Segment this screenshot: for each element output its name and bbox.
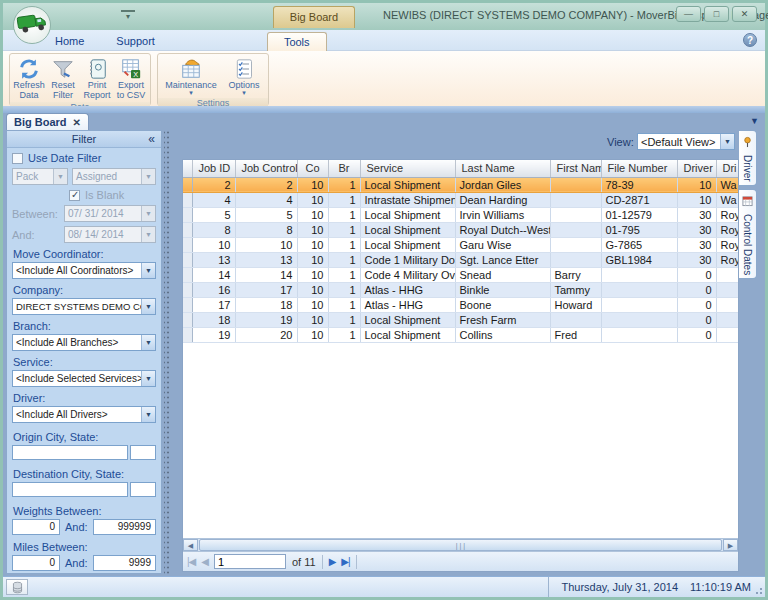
- row-indicator[interactable]: [183, 252, 192, 267]
- options-button[interactable]: Options ▾: [222, 55, 266, 97]
- table-cell[interactable]: 10: [297, 267, 328, 282]
- horizontal-scrollbar[interactable]: ◀ | | | ▶: [183, 538, 738, 551]
- column-header-driver[interactable]: Driver: [677, 160, 716, 177]
- table-cell[interactable]: 10: [192, 237, 235, 252]
- between-date-field[interactable]: 07/ 31/ 2014 ▼: [64, 205, 156, 222]
- close-button[interactable]: ✕: [732, 6, 757, 22]
- move-coordinator-dropdown[interactable]: <Include All Coordinators> ▼: [12, 262, 156, 279]
- assigned-dropdown[interactable]: Assigned ▼: [72, 168, 156, 185]
- column-header-job-control[interactable]: Job Control: [235, 160, 297, 177]
- pack-dropdown[interactable]: Pack ▼: [12, 168, 68, 185]
- miles-to-input[interactable]: 9999: [93, 555, 156, 571]
- row-indicator[interactable]: [183, 297, 192, 312]
- table-cell[interactable]: [601, 327, 677, 342]
- table-cell[interactable]: 1: [328, 282, 360, 297]
- service-dropdown[interactable]: <Include Selected Services> ▼: [12, 370, 156, 387]
- table-cell[interactable]: 2: [192, 177, 235, 192]
- and-date-field[interactable]: 08/ 14/ 2014 ▼: [64, 226, 156, 243]
- table-cell[interactable]: 78-39: [601, 177, 677, 192]
- refresh-data-button[interactable]: Refresh Data: [12, 55, 46, 101]
- document-tab-big-board[interactable]: Big Board✕: [6, 113, 89, 130]
- driver-dropdown[interactable]: <Include All Drivers> ▼: [12, 406, 156, 423]
- column-header-last-name[interactable]: Last Name: [455, 160, 550, 177]
- view-dropdown[interactable]: <Default View> ▼: [637, 133, 735, 150]
- chevron-down-icon[interactable]: ▼: [141, 407, 155, 422]
- destination-city-input[interactable]: [13, 483, 127, 496]
- chevron-down-icon[interactable]: ▼: [141, 227, 155, 242]
- table-cell[interactable]: Fresh Farm: [455, 312, 550, 327]
- table-cell[interactable]: 1: [328, 297, 360, 312]
- table-cell[interactable]: [601, 312, 677, 327]
- weights-from-input[interactable]: 0: [12, 519, 60, 535]
- table-cell[interactable]: 0: [677, 312, 716, 327]
- table-cell[interactable]: 8: [235, 222, 297, 237]
- table-cell[interactable]: 01-12579: [601, 207, 677, 222]
- scroll-right-icon[interactable]: ▶: [723, 539, 738, 551]
- table-row[interactable]: 55101Local ShipmentIrvin Williams01-1257…: [183, 207, 739, 222]
- table-cell[interactable]: 4: [235, 192, 297, 207]
- table-cell[interactable]: 30: [677, 222, 716, 237]
- chevron-down-icon[interactable]: ▼: [53, 169, 67, 184]
- table-row[interactable]: 1010101Local ShipmentGaru WiseG-786530Ro…: [183, 237, 739, 252]
- column-header-file-number[interactable]: File Number: [601, 160, 677, 177]
- scrollbar-thumb[interactable]: | | |: [199, 539, 722, 551]
- table-cell[interactable]: 17: [235, 282, 297, 297]
- table-row[interactable]: 1920101Local ShipmentCollinsFred0: [183, 327, 739, 342]
- table-row[interactable]: 1819101Local ShipmentFresh Farm0: [183, 312, 739, 327]
- column-header-service[interactable]: Service: [360, 160, 455, 177]
- table-cell[interactable]: Local Shipment: [360, 177, 455, 192]
- panel-splitter[interactable]: [164, 130, 169, 574]
- destination-state-input[interactable]: [131, 483, 155, 496]
- table-cell[interactable]: Royal Dutch--West Point: [455, 222, 550, 237]
- chevron-down-icon[interactable]: ▼: [141, 169, 155, 184]
- table-cell[interactable]: 10: [297, 312, 328, 327]
- side-tab-control-dates[interactable]: Control Dates: [739, 189, 757, 279]
- resize-grip[interactable]: [753, 585, 763, 595]
- table-cell[interactable]: 30: [677, 252, 716, 267]
- column-header-br[interactable]: Br: [328, 160, 360, 177]
- table-cell[interactable]: GBL1984: [601, 252, 677, 267]
- prev-page-button[interactable]: ◀: [201, 556, 208, 567]
- table-cell[interactable]: 10: [297, 207, 328, 222]
- table-cell[interactable]: [550, 177, 601, 192]
- table-cell[interactable]: 2: [235, 177, 297, 192]
- table-cell[interactable]: Local Shipment: [360, 207, 455, 222]
- table-row[interactable]: 22101Local ShipmentJordan Giles78-3910Wa: [183, 177, 739, 192]
- table-cell[interactable]: 10: [297, 327, 328, 342]
- table-cell[interactable]: 13: [235, 252, 297, 267]
- table-cell[interactable]: 1: [328, 252, 360, 267]
- table-cell[interactable]: 10: [297, 192, 328, 207]
- tab-tools[interactable]: Tools: [267, 32, 327, 51]
- table-cell[interactable]: 8: [192, 222, 235, 237]
- scroll-left-icon[interactable]: ◀: [183, 539, 198, 551]
- chevron-down-icon[interactable]: ▼: [141, 206, 155, 221]
- close-tab-icon[interactable]: ✕: [73, 117, 81, 128]
- table-cell[interactable]: 10: [297, 297, 328, 312]
- miles-from-input[interactable]: 0: [12, 555, 60, 571]
- table-cell[interactable]: 1: [328, 312, 360, 327]
- table-cell[interactable]: Sgt. Lance Etter: [455, 252, 550, 267]
- table-cell[interactable]: 1: [328, 177, 360, 192]
- help-icon[interactable]: ?: [743, 33, 757, 47]
- table-cell[interactable]: 14: [235, 267, 297, 282]
- chevron-down-icon[interactable]: ▼: [720, 134, 734, 149]
- table-cell[interactable]: [550, 252, 601, 267]
- maintenance-button[interactable]: Maintenance ▾: [160, 55, 222, 97]
- table-cell[interactable]: Roy: [716, 222, 739, 237]
- row-indicator[interactable]: [183, 192, 192, 207]
- column-header-co[interactable]: Co: [297, 160, 328, 177]
- table-cell[interactable]: Wa: [716, 177, 739, 192]
- weights-to-input[interactable]: 999999: [93, 519, 156, 535]
- page-number-input[interactable]: [214, 554, 286, 569]
- table-cell[interactable]: 10: [297, 252, 328, 267]
- table-cell[interactable]: Wa: [716, 192, 739, 207]
- table-cell[interactable]: [601, 267, 677, 282]
- table-cell[interactable]: Roy: [716, 207, 739, 222]
- chevron-down-icon[interactable]: ▼: [141, 371, 155, 386]
- table-cell[interactable]: G-7865: [601, 237, 677, 252]
- table-row[interactable]: 1617101Atlas - HHGBinkleTammy0: [183, 282, 739, 297]
- table-cell[interactable]: Local Shipment: [360, 327, 455, 342]
- table-cell[interactable]: Garu Wise: [455, 237, 550, 252]
- table-cell[interactable]: [601, 297, 677, 312]
- table-cell[interactable]: Binkle: [455, 282, 550, 297]
